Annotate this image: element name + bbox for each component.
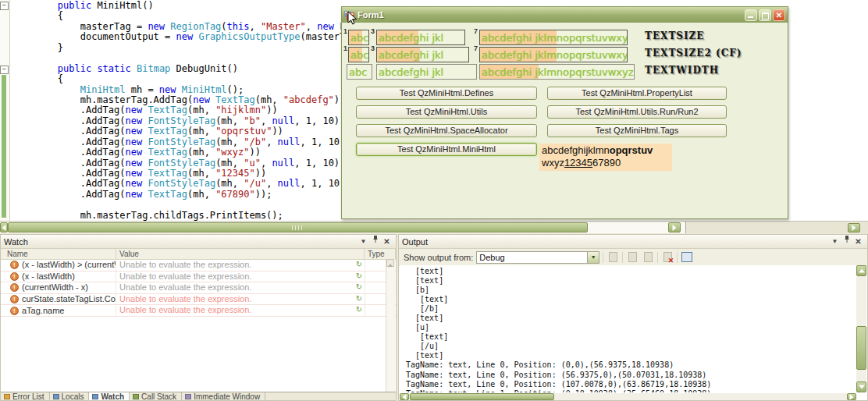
watch-row[interactable]: !(x - lastWidth)Unable to evaluate the e… <box>1 271 396 283</box>
watch-scrollbar[interactable] <box>386 259 395 392</box>
watch-value-cell[interactable]: Unable to evaluate the expression. <box>116 305 354 316</box>
watch-header[interactable]: Watch ▼ ✕ <box>1 235 396 249</box>
test-button[interactable]: Test QzMiniHtml.Utils.Run/Run2 <box>547 105 727 119</box>
window-menu-icon[interactable]: ▼ <box>358 236 369 247</box>
test-button[interactable]: Test QzMiniHtml.Tags <box>547 124 727 137</box>
watch-value-cell[interactable]: Unable to evaluate the expression. <box>116 294 354 305</box>
fold-marker-icon[interactable]: − <box>0 2 9 10</box>
window-menu-icon[interactable]: ▼ <box>829 236 841 247</box>
test-button[interactable]: Test QzMiniHtml.SpaceAllocator <box>356 124 537 137</box>
minimize-button[interactable] <box>745 9 757 21</box>
output-vertical-scrollbar[interactable] <box>856 265 866 392</box>
output-line: TagName: text, Line 0, Position: (56.937… <box>406 371 856 380</box>
prev-message-icon[interactable] <box>626 251 639 264</box>
watch-row[interactable]: !(currentWidth - x)Unable to evaluate th… <box>1 282 396 294</box>
find-message-icon[interactable] <box>607 251 619 264</box>
form-title: Form1 <box>358 10 742 20</box>
scroll-up-icon[interactable] <box>386 259 394 267</box>
word-wrap-icon[interactable] <box>681 251 693 264</box>
tab-error-list[interactable]: Error List <box>1 392 50 400</box>
code-line: mh.masterTag.childTags.PrintItems(); <box>12 211 385 221</box>
scroll-right-icon[interactable] <box>847 393 856 400</box>
scroll-left-icon[interactable] <box>0 222 8 232</box>
refresh-icon[interactable]: ↻ <box>354 294 365 305</box>
code-line: .AddTag(new FontStyleTag(mh, "u", null, … <box>12 158 385 169</box>
output-header[interactable]: Output ▼ ✕ <box>399 235 867 249</box>
tab-immediate-window[interactable]: Immediate Window <box>182 392 265 400</box>
output-line: [text] <box>406 314 856 323</box>
output-text[interactable]: [text] [text] [b] [text] [/b] [text] [u]… <box>400 265 856 392</box>
test-button[interactable]: Test QzMiniHtml.MiniHtml <box>356 143 537 156</box>
watch-value-cell[interactable]: Unable to evaluate the expression. <box>116 282 354 293</box>
next-message-icon[interactable] <box>642 251 654 264</box>
fold-marker-icon[interactable]: − <box>0 66 9 74</box>
watch-value-cell[interactable]: Unable to evaluate the expression. <box>116 260 354 271</box>
tab-call-stack[interactable]: Call Stack <box>130 392 182 400</box>
output-horizontal-scrollbar[interactable] <box>400 393 856 400</box>
watch-name-cell[interactable]: !curState.stateTagList.Count <box>1 294 116 305</box>
scrollbar-thumb[interactable] <box>856 326 866 370</box>
test-button[interactable]: Test QzMiniHtml.PropertyList <box>547 87 727 100</box>
form1-titlebar[interactable]: Form1 ✕ <box>342 7 788 23</box>
output-line: [b] <box>406 286 856 295</box>
maximize-button[interactable] <box>759 9 771 21</box>
refresh-icon[interactable]: ↻ <box>354 305 365 316</box>
refresh-icon[interactable]: ↻ <box>354 271 365 282</box>
watch-value-cell[interactable]: Unable to evaluate the expression. <box>116 271 354 282</box>
column-header-value[interactable]: Value <box>116 249 365 259</box>
code-line: .AddTag(new TextTag(mh, "67890")); <box>12 190 385 200</box>
column-header-type[interactable]: Type <box>365 249 396 259</box>
mouse-cursor <box>347 11 358 26</box>
editor-horizontal-scrollbar[interactable] <box>0 221 686 233</box>
immediate-icon <box>185 394 191 399</box>
show-output-from-label: Show output from: <box>404 253 473 262</box>
error-icon <box>4 394 10 399</box>
pin-icon[interactable] <box>369 236 381 247</box>
close-button[interactable]: ✕ <box>773 9 785 21</box>
scroll-up-icon[interactable] <box>856 265 866 276</box>
output-source-combobox[interactable]: Debug ▼ <box>476 251 599 264</box>
code-line: { <box>12 74 385 84</box>
form1-window[interactable]: Form1 ✕ 1abc3abcdefghi jkl7abcdefghi jkl… <box>341 6 788 219</box>
close-icon[interactable]: ✕ <box>852 236 864 247</box>
scroll-left-icon[interactable] <box>400 393 409 400</box>
combo-dropdown-icon[interactable]: ▼ <box>587 252 599 263</box>
test-button[interactable]: Test QzMiniHtml.Utils <box>356 105 537 119</box>
code-line: .AddTag(new FontStyleTag(mh, "/u", null,… <box>12 179 385 189</box>
editor-gutter <box>0 0 10 221</box>
clear-all-icon[interactable]: ✕ <box>661 251 674 264</box>
scroll-right-icon[interactable] <box>668 222 681 232</box>
tab-watch[interactable]: Watch <box>89 392 130 400</box>
watch-name-cell[interactable]: !(currentWidth - x) <box>1 282 116 293</box>
scroll-right-icon[interactable] <box>848 223 860 232</box>
sample-superscript: 1 <box>343 27 347 35</box>
test-button[interactable]: Test QzMiniHtml.Defines <box>356 87 537 100</box>
scroll-down-icon[interactable] <box>856 381 866 392</box>
watch-row[interactable]: !(x - lastWidth) > (currentWidthUnable t… <box>1 260 396 271</box>
watch-name-cell[interactable]: !(x - lastWidth) <box>1 271 116 282</box>
scrollbar-thumb[interactable] <box>410 393 554 400</box>
code-line <box>12 200 385 210</box>
tab-locals[interactable]: Locals <box>50 392 90 400</box>
close-icon[interactable]: ✕ <box>381 236 393 247</box>
sample-style-label: TEXTSIZE2 (CF) <box>645 48 742 59</box>
output-line: [text] <box>406 267 856 276</box>
refresh-icon[interactable]: ↻ <box>354 282 365 293</box>
code-line: masterTag = new RegionTag(this, "Master"… <box>12 22 385 32</box>
output-line: [text] <box>406 332 856 342</box>
sample-box: abcdefghi jkl <box>376 47 469 62</box>
watch-row[interactable]: !curState.stateTagList.CountUnable to ev… <box>1 294 396 306</box>
code-line: .AddTag(new FontStyleTag(mh, "/b", null,… <box>12 137 385 147</box>
code-line: .AddTag(new TextTag(mh, "12345")) <box>12 169 385 179</box>
pin-icon[interactable] <box>841 236 852 247</box>
watch-name-cell[interactable]: !(x - lastWidth) > (currentWidth <box>1 260 116 271</box>
watch-row[interactable]: !aTag.nameUnable to evaluate the express… <box>1 305 396 317</box>
watch-name-cell[interactable]: !aTag.name <box>1 305 116 316</box>
sample-box: abcdefghi jklmnopqrstuvwxyz <box>479 64 635 80</box>
result-line-1: abcdefghijklmnopqrstuv <box>542 144 670 157</box>
output-toolbar: Show output from: Debug ▼ ✕ <box>399 249 867 266</box>
column-header-name[interactable]: Name <box>1 249 116 259</box>
code-line: .AddTag(new TextTag(mh, "hijklmn")) <box>12 105 385 115</box>
refresh-icon[interactable]: ↻ <box>354 260 365 271</box>
scrollbar-thumb[interactable] <box>8 222 588 232</box>
